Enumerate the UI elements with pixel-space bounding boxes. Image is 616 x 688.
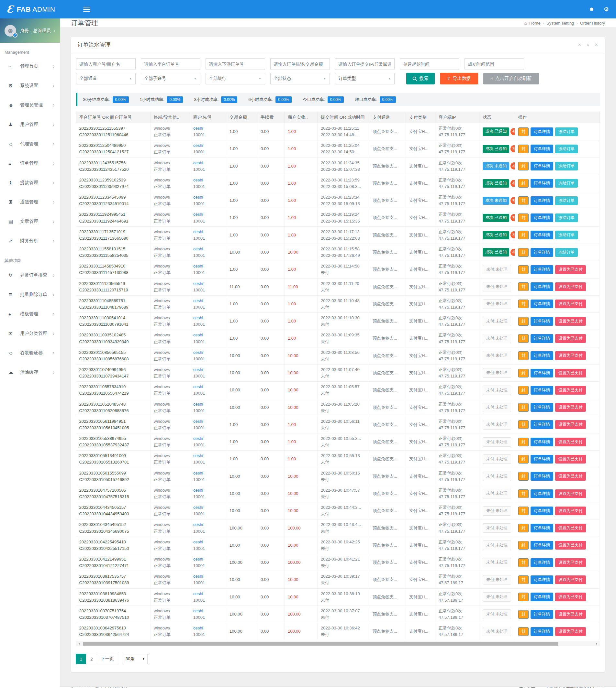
merchant-name-link[interactable]: ceshi — [193, 211, 223, 218]
scrollbar-thumb[interactable] — [83, 642, 559, 646]
seal-button[interactable]: 封 — [518, 265, 529, 274]
set-paid-button[interactable]: 设置为已支付 — [555, 369, 586, 377]
seal-button[interactable]: 封 — [518, 507, 529, 515]
merchant-name-link[interactable]: ceshi — [193, 401, 223, 408]
seal-button[interactable]: 封 — [518, 558, 529, 567]
merchant-name-link[interactable]: ceshi — [193, 229, 223, 235]
seal-button[interactable]: 封 — [518, 489, 529, 498]
sidebar-item-user-category-management[interactable]: ✉用户分类管理› — [0, 324, 60, 343]
scroll-left-arrow-icon[interactable]: ◂ — [76, 641, 82, 646]
set-paid-button[interactable]: 设置为已支付 — [555, 489, 586, 498]
submit-ip-input[interactable] — [335, 58, 395, 70]
seal-button[interactable]: 封 — [518, 593, 529, 601]
merchant-name-link[interactable]: ceshi — [193, 366, 223, 373]
patch-notify-button[interactable]: 补 — [510, 197, 515, 204]
order-detail-button[interactable]: 订单详情 — [531, 575, 553, 584]
seal-button[interactable]: 封 — [518, 386, 529, 395]
seal-button[interactable]: 封 — [518, 196, 529, 205]
patch-notify-button[interactable]: 补 — [510, 231, 515, 238]
merchant-name-link[interactable]: ceshi — [193, 608, 223, 614]
set-paid-button[interactable]: 设置为已支付 — [555, 558, 586, 567]
seal-button[interactable]: 封 — [518, 351, 529, 360]
set-paid-button[interactable]: 设置为已支付 — [555, 317, 586, 326]
order-detail-button[interactable]: 订单详情 — [531, 196, 553, 205]
patch-notify-button[interactable]: 补 — [510, 214, 515, 221]
freeze-order-button[interactable]: 冻结订单 — [555, 144, 578, 153]
sidebar-toggle-button[interactable] — [83, 5, 90, 13]
gear-icon[interactable]: ⚙ — [604, 6, 609, 13]
sidebar-item-system-settings[interactable]: ⚙系统设置› — [0, 76, 60, 95]
sub-account-select[interactable]: 全部子账号▼ — [141, 73, 200, 85]
freeze-order-button[interactable]: 冻结订单 — [555, 248, 578, 257]
seal-button[interactable]: 封 — [518, 128, 529, 136]
seal-button[interactable]: 封 — [518, 162, 529, 170]
merchant-name-link[interactable]: ceshi — [193, 384, 223, 390]
merchant-name-link[interactable]: ceshi — [193, 194, 223, 201]
set-paid-button[interactable]: 设置为已支付 — [555, 351, 586, 360]
set-paid-button[interactable]: 设置为已支付 — [555, 282, 586, 291]
seal-button[interactable]: 封 — [518, 575, 529, 584]
sidebar-item-user-management[interactable]: ♟用户管理› — [0, 115, 60, 134]
order-detail-button[interactable]: 订单详情 — [531, 593, 553, 601]
order-detail-button[interactable]: 订单详情 — [531, 334, 553, 343]
set-paid-button[interactable]: 设置为已支付 — [555, 541, 586, 550]
merchant-name-link[interactable]: ceshi — [193, 280, 223, 287]
merchant-name-link[interactable]: ceshi — [193, 349, 223, 356]
set-paid-button[interactable]: 设置为已支付 — [555, 524, 586, 532]
seal-button[interactable]: 封 — [518, 610, 529, 619]
panel-close-icon[interactable]: ✕ — [595, 42, 598, 47]
order-desc-input[interactable] — [270, 58, 330, 70]
merchant-name-link[interactable]: ceshi — [193, 246, 223, 252]
order-detail-button[interactable]: 订单详情 — [531, 231, 553, 239]
order-detail-button[interactable]: 订单详情 — [531, 300, 553, 308]
bank-select[interactable]: 全部银行▼ — [205, 73, 265, 85]
set-paid-button[interactable]: 设置为已支付 — [555, 403, 586, 412]
seal-button[interactable]: 封 — [518, 420, 529, 429]
success-time-input[interactable] — [464, 58, 524, 70]
order-detail-button[interactable]: 订单详情 — [531, 524, 553, 532]
sidebar-item-withdraw-management[interactable]: ♝提款管理› — [0, 173, 60, 192]
merchant-name-link[interactable]: ceshi — [193, 573, 223, 580]
seal-button[interactable]: 封 — [518, 438, 529, 446]
order-detail-button[interactable]: 订单详情 — [531, 455, 553, 463]
merchant-name-link[interactable]: ceshi — [193, 177, 223, 183]
seal-button[interactable]: 封 — [518, 300, 529, 308]
set-paid-button[interactable]: 设置为已支付 — [555, 472, 586, 481]
set-paid-button[interactable]: 设置为已支付 — [555, 610, 586, 619]
seal-button[interactable]: 封 — [518, 282, 529, 291]
order-detail-button[interactable]: 订单详情 — [531, 541, 553, 550]
page-button-1[interactable]: 1 — [76, 654, 87, 664]
seal-button[interactable]: 封 — [518, 403, 529, 412]
freeze-order-button[interactable]: 冻结订单 — [555, 128, 578, 136]
patch-notify-button[interactable]: 补 — [510, 128, 515, 135]
user-identity-panel[interactable]: ☻ ✓ 身份：总管理员 › — [0, 19, 60, 43]
merchant-name-link[interactable]: ceshi — [193, 591, 223, 597]
order-detail-button[interactable]: 订单详情 — [531, 558, 553, 567]
merchant-name-link[interactable]: ceshi — [193, 298, 223, 304]
freeze-order-button[interactable]: 冻结订单 — [555, 179, 578, 188]
panel-collapse-icon[interactable]: ∧ — [587, 42, 590, 47]
set-paid-button[interactable]: 设置为已支付 — [555, 507, 586, 515]
order-detail-button[interactable]: 订单详情 — [531, 610, 553, 619]
freeze-order-button[interactable]: 冻结订单 — [555, 162, 578, 170]
merchant-name-link[interactable]: ceshi — [193, 142, 223, 149]
search-button[interactable]: 搜索 — [406, 73, 435, 85]
merchant-name-link[interactable]: ceshi — [193, 453, 223, 459]
breadcrumb-system-setting[interactable]: System setting — [546, 21, 574, 26]
breadcrumb-home[interactable]: Home — [529, 21, 541, 26]
seal-button[interactable]: 封 — [518, 472, 529, 481]
auto-refresh-toggle-button[interactable]: ☝ 点击开启自动刷新 — [483, 73, 539, 85]
merchant-name-link[interactable]: ceshi — [193, 522, 223, 528]
order-detail-button[interactable]: 订单详情 — [531, 627, 553, 636]
merchant-name-link[interactable]: ceshi — [193, 263, 223, 270]
sidebar-item-home[interactable]: ⌂管理首页› — [0, 56, 60, 76]
sidebar-item-google-authenticator[interactable]: ☺谷歌验证器› — [0, 343, 60, 363]
order-detail-button[interactable]: 订单详情 — [531, 369, 553, 377]
merchant-name-link[interactable]: ceshi — [193, 160, 223, 166]
downstream-order-input[interactable] — [205, 58, 265, 70]
order-detail-button[interactable]: 订单详情 — [531, 420, 553, 429]
platform-order-input[interactable] — [141, 58, 200, 70]
order-detail-button[interactable]: 订单详情 — [531, 144, 553, 153]
seal-button[interactable]: 封 — [518, 369, 529, 377]
seal-button[interactable]: 封 — [518, 455, 529, 463]
